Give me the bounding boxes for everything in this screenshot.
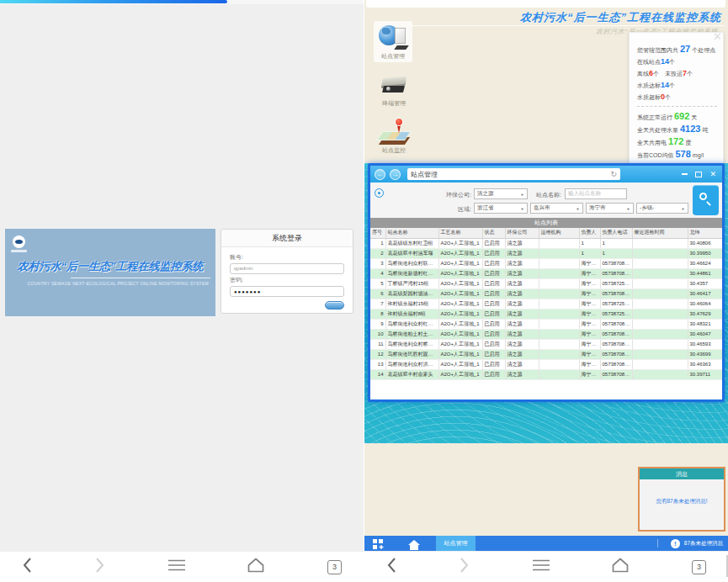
maximize-icon[interactable] — [695, 172, 702, 177]
table-cell — [539, 309, 579, 319]
tabs-button[interactable]: 3 — [692, 560, 706, 574]
table-cell: 30.39711 — [688, 369, 722, 379]
window-forward-icon[interactable]: → — [390, 169, 401, 180]
table-cell: 1 — [600, 248, 632, 258]
table-row[interactable]: 1袁花镇镇东村红卫组A2O+人工湿地_1已启用清之源1130.40806 — [370, 238, 722, 248]
forward-icon[interactable] — [460, 557, 470, 577]
table-row[interactable]: 5丁桥镇严湾村15组A2O+人工湿地_1已启用清之源海宁…05738725…30… — [370, 278, 722, 288]
table-cell: 30.46417 — [688, 288, 722, 299]
desktop-icon-station-management[interactable]: 站点管理 — [374, 21, 412, 62]
home-icon[interactable] — [247, 558, 264, 576]
minimize-icon[interactable] — [682, 173, 688, 175]
close-icon[interactable]: ✕ — [709, 171, 716, 178]
target-icon[interactable] — [375, 188, 384, 198]
table-cell: A2O+人工湿地_1 — [438, 288, 482, 299]
table-cell: 已启用 — [482, 309, 505, 319]
table-cell: 马桥街道柏士村土… — [385, 329, 438, 339]
table-cell: 已启用 — [482, 278, 505, 288]
tabs-button[interactable]: 3 — [327, 560, 342, 574]
refresh-icon[interactable]: ↻ — [610, 170, 617, 178]
table-cell: 已启用 — [482, 248, 505, 258]
table-cell — [632, 268, 688, 278]
table-cell — [539, 339, 579, 349]
menu-icon[interactable] — [533, 559, 550, 574]
table-row[interactable]: 6袁花镇梨园村塘油…A2O+人工湿地_1已启用清之源海宁…05738708…30… — [370, 288, 722, 299]
taskbar-tab-station-management[interactable]: 站点管理 — [436, 536, 476, 551]
company-select[interactable]: 清之源▼ — [474, 188, 528, 199]
stats-divider — [637, 106, 717, 107]
desktop-icon-terminal-management[interactable]: 终端管理 — [375, 74, 413, 108]
login-button[interactable] — [325, 301, 344, 310]
browser-navbar-right: 3 — [364, 551, 728, 582]
window-title-box[interactable]: 站点管理 ↻ — [407, 168, 620, 180]
globe-document-icon — [378, 24, 408, 50]
table-cell: 30.46624 — [688, 258, 722, 268]
back-icon[interactable] — [386, 557, 396, 577]
table-cell: 马桥街道民胜村观… — [385, 349, 438, 359]
password-input[interactable]: ●●●●●●● — [230, 286, 344, 297]
region-province-select[interactable]: 浙江省▼ — [474, 203, 528, 214]
taskbar-alert[interactable]: ! 87条未处理消息 — [657, 536, 723, 551]
table-row[interactable]: 13马桥街道利众村洪…A2O+人工湿地_1已启用清之源海宁…05738708…3… — [370, 359, 722, 369]
table-cell: 30.39950 — [688, 248, 722, 258]
account-input[interactable]: qyadmin — [230, 263, 344, 274]
alert-icon: ! — [671, 539, 680, 548]
table-cell: 已启用 — [482, 319, 505, 329]
table-cell — [632, 369, 688, 379]
column-header: 环保公司 — [505, 228, 539, 238]
site-logo-icon — [13, 235, 25, 248]
station-management-window: ← → 站点管理 ↻ ✕ 环保公司: 清之源▼ 站点名称: — [368, 163, 725, 402]
table-cell: 清之源 — [505, 299, 539, 309]
table-cell: 清之源 — [505, 319, 539, 329]
home-icon[interactable] — [612, 558, 629, 576]
region-county-select[interactable]: 海宁市▼ — [586, 203, 634, 214]
table-cell: 清之源 — [505, 309, 539, 319]
table-cell: 5 — [370, 278, 385, 288]
table-cell: 许村镇永福村8组 — [385, 309, 438, 319]
desktop-icon-station-monitor[interactable]: 站点监控 — [375, 118, 413, 155]
table-cell: 05738708… — [600, 339, 632, 349]
table-row[interactable]: 7许村镇永福村15组A2O+人工湿地_1已启用清之源海宁…05738725…30… — [370, 299, 722, 309]
table-row[interactable]: 10马桥街道柏士村土…A2O+人工湿地_1已启用清之源海宁…05738708…3… — [370, 329, 722, 339]
table-row[interactable]: 14袁花镇双丰村俞家头A2O+人工湿地_1已启用清之源海宁…05738708…3… — [370, 369, 722, 379]
table-cell: 清之源 — [505, 288, 539, 299]
column-header: 最近巡检时间 — [632, 228, 688, 238]
table-cell: 马桥街道利众村联… — [385, 258, 438, 268]
table-cell: 海宁… — [579, 369, 600, 379]
close-icon[interactable]: ✕ — [713, 31, 722, 43]
alert-text: 87条未处理消息 — [684, 540, 723, 548]
region-city-select[interactable]: 嘉兴市▼ — [530, 203, 583, 214]
table-row[interactable]: 9马桥街道利众村红…A2O+人工湿地_1已启用清之源海宁…05738708…30… — [370, 319, 722, 329]
banner-divider — [71, 278, 210, 278]
icon-label: 终端管理 — [375, 99, 413, 108]
stat-line: 离线6个 未投运7个 — [637, 70, 717, 77]
table-cell — [539, 268, 579, 278]
table-row[interactable]: 2袁花镇双丰村油车堰A2O+人工湿地_1已启用清之源1130.39950 — [370, 248, 722, 258]
table-row[interactable]: 4马桥街道新塘村红…A2O+人工湿地_1已启用清之源海宁…05738708…30… — [370, 268, 722, 278]
table-row[interactable]: 8许村镇永福村8组A2O+人工湿地_1已启用清之源海宁…05738725…30.… — [370, 309, 722, 319]
menu-icon[interactable] — [168, 559, 185, 574]
table-cell: 袁花镇梨园村塘油… — [385, 288, 438, 299]
column-header: 工艺名称 — [438, 228, 482, 238]
table-cell: 马桥街道利众村洪… — [385, 359, 438, 369]
table-row[interactable]: 12马桥街道民胜村观…A2O+人工湿地_1已启用清之源海宁…05738708…3… — [370, 349, 722, 359]
forward-icon[interactable] — [95, 557, 105, 577]
table-cell: 05738725… — [600, 278, 632, 288]
window-back-icon[interactable]: ← — [375, 169, 385, 180]
table-cell: 清之源 — [505, 329, 539, 339]
table-cell: A2O+人工湿地_1 — [438, 339, 482, 349]
back-icon[interactable] — [22, 557, 32, 577]
search-button[interactable] — [693, 185, 719, 215]
table-row[interactable]: 11马桥街道利众村桥…A2O+人工湿地_1已启用清之源海宁…05738708…3… — [370, 339, 722, 349]
table-cell: 袁花镇双丰村油车堰 — [385, 248, 438, 258]
table-cell — [539, 288, 579, 299]
region-town-select[interactable]: -乡镇-▼ — [636, 203, 688, 214]
table-cell: 10 — [370, 329, 385, 339]
table-cell: 11 — [370, 339, 385, 349]
account-label: 账号: — [230, 253, 344, 262]
station-name-input[interactable]: 输入站点名称 — [565, 188, 627, 199]
table-row[interactable]: 3马桥街道利众村联…A2O+人工湿地_1已启用清之源海宁…05738708…30… — [370, 258, 722, 268]
table-cell: 7 — [370, 299, 385, 309]
stat-line: 当前COD均值 578 mg/l — [637, 151, 717, 159]
table-cell: A2O+人工湿地_1 — [438, 299, 482, 309]
